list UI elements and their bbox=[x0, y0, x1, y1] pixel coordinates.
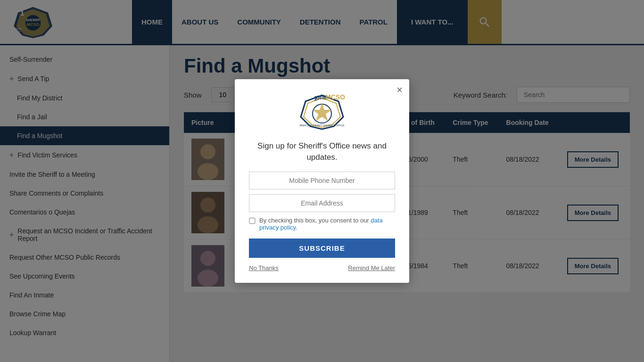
modal-close-button[interactable]: × bbox=[396, 85, 403, 95]
modal-title: Sign up for Sheriff's Office news and up… bbox=[249, 140, 395, 163]
subscribe-button[interactable]: SUBSCRIBE bbox=[249, 239, 395, 258]
consent-text: By checking this box, you consent to our… bbox=[259, 217, 395, 231]
svg-text:MCSO: MCSO bbox=[325, 93, 345, 101]
svg-marker-20 bbox=[313, 103, 331, 121]
consent-checkbox[interactable] bbox=[249, 218, 256, 224]
svg-text:MARICOPA COUNTY SHERIFF'S OFFI: MARICOPA COUNTY SHERIFF'S OFFICE bbox=[299, 124, 345, 127]
modal-box: × one MCSO MARICOPA COUNTY SHERIFF'S OFF… bbox=[235, 79, 409, 283]
modal-overlay: × one MCSO MARICOPA COUNTY SHERIFF'S OFF… bbox=[0, 0, 644, 362]
no-thanks-link[interactable]: No Thanks bbox=[249, 264, 279, 272]
email-input[interactable] bbox=[249, 194, 395, 212]
remind-later-link[interactable]: Remind Me Later bbox=[348, 264, 395, 272]
consent-row: By checking this box, you consent to our… bbox=[249, 217, 395, 231]
phone-input[interactable] bbox=[249, 172, 395, 189]
svg-text:1: 1 bbox=[314, 95, 317, 102]
modal-logo: one MCSO MARICOPA COUNTY SHERIFF'S OFFIC… bbox=[296, 93, 348, 131]
modal-footer: No Thanks Remind Me Later bbox=[249, 264, 395, 272]
